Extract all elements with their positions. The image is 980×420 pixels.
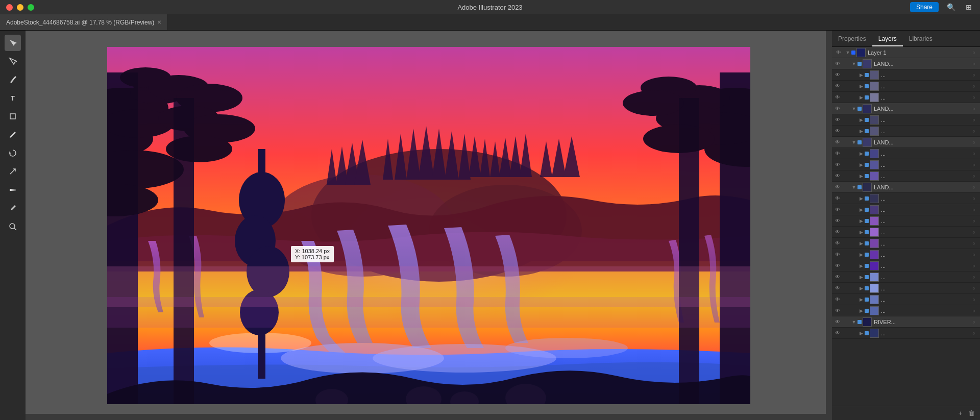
layer-lock-22[interactable]: ○ bbox=[970, 294, 978, 305]
layer-expand-1[interactable]: ▼ bbox=[850, 58, 857, 69]
layer-lock-20[interactable]: ○ bbox=[970, 271, 978, 283]
layer-eye-root[interactable]: 👁 bbox=[833, 47, 844, 58]
layer-row-19[interactable]: 👁 ▶ ... ○ bbox=[832, 260, 980, 271]
layer-eye-8[interactable]: 👁 bbox=[832, 137, 843, 148]
layer-eye-7[interactable]: 👁 bbox=[832, 126, 843, 137]
layer-expand-24[interactable]: ▼ bbox=[850, 316, 857, 328]
layer-lock-17[interactable]: ○ bbox=[970, 238, 978, 249]
windows-button[interactable]: ⊞ bbox=[964, 2, 974, 12]
active-tab[interactable]: AdobeStock_444686758.ai @ 17.78 % (RGB/P… bbox=[0, 14, 168, 30]
layer-expand-7[interactable]: ▶ bbox=[857, 126, 865, 137]
layer-row-3[interactable]: 👁 ▶ ... ○ bbox=[832, 81, 980, 92]
layer-row-12[interactable]: 👁 ▼ LAND... ○ bbox=[832, 182, 980, 193]
layer-row-4[interactable]: 👁 ▶ ... ○ bbox=[832, 92, 980, 103]
layer-lock-2[interactable]: ○ bbox=[970, 69, 978, 81]
layer-row-11[interactable]: 👁 ▶ ... ○ bbox=[832, 170, 980, 182]
layer-eye-4[interactable]: 👁 bbox=[832, 92, 843, 103]
layer-lock-14[interactable]: ○ bbox=[970, 204, 978, 215]
layer-expand-3[interactable]: ▶ bbox=[857, 81, 865, 92]
layers-panel[interactable]: 👁 ▼ Layer 1 ○ 👁 ▼ LAND... ○ 👁 ▶ ... bbox=[832, 47, 980, 406]
layer-row-22[interactable]: 👁 ▶ ... ○ bbox=[832, 294, 980, 305]
layer-row-23[interactable]: 👁 ▶ ... ○ bbox=[832, 305, 980, 316]
layer-expand-12[interactable]: ▼ bbox=[850, 182, 857, 193]
layer-eye-24[interactable]: 👁 bbox=[832, 316, 843, 328]
layer-row-10[interactable]: 👁 ▶ ... ○ bbox=[832, 159, 980, 170]
layer-expand-5[interactable]: ▼ bbox=[850, 103, 857, 114]
select-tool[interactable] bbox=[5, 35, 21, 51]
layer-expand-13[interactable]: ▶ bbox=[857, 193, 865, 204]
layer-eye-20[interactable]: 👁 bbox=[832, 271, 843, 283]
share-button[interactable]: Share bbox=[910, 2, 939, 12]
layer-row-1[interactable]: 👁 ▼ LAND... ○ bbox=[832, 58, 980, 69]
layer-expand-8[interactable]: ▼ bbox=[850, 137, 857, 148]
layer-lock-11[interactable]: ○ bbox=[970, 170, 978, 182]
minimize-button[interactable] bbox=[17, 4, 23, 11]
layer-eye-10[interactable]: 👁 bbox=[832, 159, 843, 170]
layer-eye-5[interactable]: 👁 bbox=[832, 103, 843, 114]
layer-eye-23[interactable]: 👁 bbox=[832, 305, 843, 316]
layer-root[interactable]: 👁 ▼ Layer 1 ○ bbox=[832, 47, 980, 58]
close-button[interactable] bbox=[6, 4, 13, 11]
layer-lock-15[interactable]: ○ bbox=[970, 215, 978, 227]
layer-row-2[interactable]: 👁 ▶ ... ○ bbox=[832, 69, 980, 81]
layer-eye-21[interactable]: 👁 bbox=[832, 283, 843, 294]
layer-lock-18[interactable]: ○ bbox=[970, 249, 978, 260]
maximize-button[interactable] bbox=[28, 4, 34, 11]
layer-row-14[interactable]: 👁 ▶ ... ○ bbox=[832, 204, 980, 215]
layer-lock-6[interactable]: ○ bbox=[970, 114, 978, 126]
horizontal-scrollbar[interactable] bbox=[26, 414, 826, 420]
layer-lock-12[interactable]: ○ bbox=[970, 182, 978, 193]
layer-lock-7[interactable]: ○ bbox=[970, 126, 978, 137]
layer-lock-1[interactable]: ○ bbox=[970, 58, 978, 69]
layer-eye-19[interactable]: 👁 bbox=[832, 260, 843, 271]
layer-lock-16[interactable]: ○ bbox=[970, 227, 978, 238]
layer-expand-17[interactable]: ▶ bbox=[857, 238, 865, 249]
brush-tool[interactable] bbox=[5, 127, 21, 143]
layer-expand-16[interactable]: ▶ bbox=[857, 227, 865, 238]
layer-row-6[interactable]: 👁 ▶ ... ○ bbox=[832, 114, 980, 126]
layer-row-15[interactable]: 👁 ▶ ... ○ bbox=[832, 215, 980, 227]
layer-lock-13[interactable]: ○ bbox=[970, 193, 978, 204]
layer-eye-16[interactable]: 👁 bbox=[832, 227, 843, 238]
scale-tool[interactable] bbox=[5, 163, 21, 180]
layer-expand-22[interactable]: ▶ bbox=[857, 294, 865, 305]
layer-lock-19[interactable]: ○ bbox=[970, 260, 978, 271]
layer-eye-2[interactable]: 👁 bbox=[832, 69, 843, 81]
layer-expand-14[interactable]: ▶ bbox=[857, 204, 865, 215]
layer-expand-root[interactable]: ▼ bbox=[844, 47, 851, 58]
layer-row-18[interactable]: 👁 ▶ ... ○ bbox=[832, 249, 980, 260]
search-button[interactable]: 🔍 bbox=[945, 2, 958, 12]
layer-row-9[interactable]: 👁 ▶ ... ○ bbox=[832, 148, 980, 159]
layer-row-24[interactable]: 👁 ▼ RIVER... ○ bbox=[832, 316, 980, 328]
layer-expand-4[interactable]: ▶ bbox=[857, 92, 865, 103]
layer-row-16[interactable]: 👁 ▶ ... ○ bbox=[832, 227, 980, 238]
layer-expand-21[interactable]: ▶ bbox=[857, 283, 865, 294]
layer-lock-9[interactable]: ○ bbox=[970, 148, 978, 159]
layer-expand-15[interactable]: ▶ bbox=[857, 215, 865, 227]
layer-lock-4[interactable]: ○ bbox=[970, 92, 978, 103]
layer-row-20[interactable]: 👁 ▶ ... ○ bbox=[832, 271, 980, 283]
layer-expand-10[interactable]: ▶ bbox=[857, 159, 865, 170]
zoom-tool[interactable] bbox=[5, 218, 21, 235]
layer-lock-3[interactable]: ○ bbox=[970, 81, 978, 92]
layer-expand-9[interactable]: ▶ bbox=[857, 148, 865, 159]
layer-expand-2[interactable]: ▶ bbox=[857, 69, 865, 81]
layer-lock-root[interactable]: ○ bbox=[970, 47, 978, 58]
layer-eye-3[interactable]: 👁 bbox=[832, 81, 843, 92]
layer-row-13[interactable]: 👁 ▶ ... ○ bbox=[832, 193, 980, 204]
pen-tool[interactable] bbox=[5, 71, 21, 88]
layer-eye-22[interactable]: 👁 bbox=[832, 294, 843, 305]
tab-layers[interactable]: Layers bbox=[872, 32, 903, 46]
layer-row-17[interactable]: 👁 ▶ ... ○ bbox=[832, 238, 980, 249]
layer-eye-18[interactable]: 👁 bbox=[832, 249, 843, 260]
layer-row-7[interactable]: 👁 ▶ ... ○ bbox=[832, 126, 980, 137]
shape-tool[interactable] bbox=[5, 108, 21, 125]
layer-expand-19[interactable]: ▶ bbox=[857, 260, 865, 271]
layer-lock-23[interactable]: ○ bbox=[970, 305, 978, 316]
rotate-tool[interactable] bbox=[5, 145, 21, 161]
layer-eye-9[interactable]: 👁 bbox=[832, 148, 843, 159]
direct-select-tool[interactable] bbox=[5, 53, 21, 69]
layer-lock-10[interactable]: ○ bbox=[970, 159, 978, 170]
layer-eye-6[interactable]: 👁 bbox=[832, 114, 843, 126]
tab-close-icon[interactable]: ✕ bbox=[157, 19, 161, 25]
